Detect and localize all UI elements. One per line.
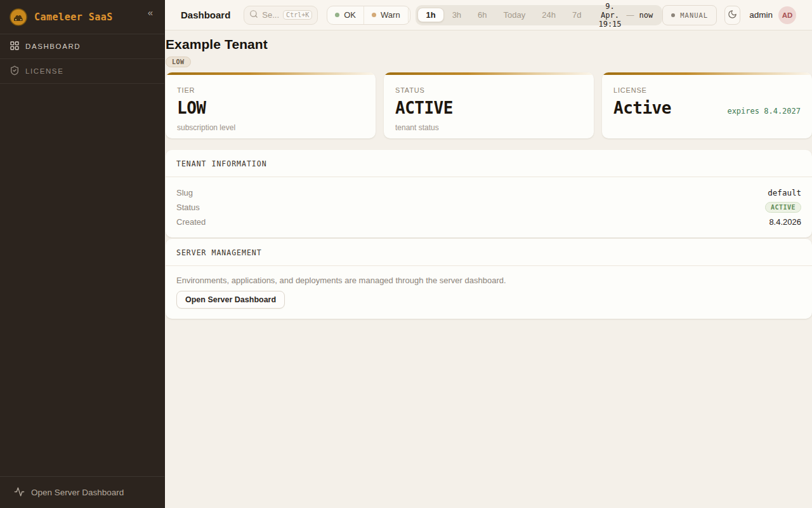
time-range-custom-display[interactable]: 9. Apr. 19:15 — now: [589, 2, 660, 29]
page-breadcrumb-title: Dashboard: [181, 10, 230, 20]
filter-error-button[interactable]: [408, 6, 411, 24]
time-range-group: 1h 3h 6h Today 24h 7d 9. Apr. 19:15 — no…: [416, 5, 662, 25]
sidebar-logo-row: Cameleer SaaS «: [0, 0, 164, 34]
sidebar-item-license[interactable]: LICENSE: [0, 59, 164, 84]
filter-ok-label: OK: [344, 10, 356, 20]
time-range-1h[interactable]: 1h: [417, 8, 443, 22]
card-label: TIER: [177, 86, 364, 94]
license-card: LICENSE Active expires 8.4.2027: [602, 72, 812, 138]
card-accent-bar: [166, 72, 376, 75]
search-shortcut-kbd: Ctrl+K: [283, 10, 312, 20]
info-row-status: Status ACTIVE: [176, 201, 801, 213]
open-server-dashboard-button[interactable]: Open Server Dashboard: [176, 291, 285, 309]
user-name: admin: [749, 10, 773, 20]
search-input[interactable]: Se... Ctrl+K: [244, 6, 318, 25]
time-range-3h[interactable]: 3h: [444, 8, 469, 22]
card-accent-bar: [384, 72, 594, 75]
stat-cards-row: TIER LOW subscription level STATUS ACTIV…: [166, 72, 812, 138]
sidebar-open-server-dashboard[interactable]: Open Server Dashboard: [0, 476, 164, 508]
info-row-slug: Slug default: [176, 187, 801, 198]
sidebar: Cameleer SaaS « DASHBOARD LICENSE Open S…: [0, 0, 165, 508]
content-area: Example Tenant LOW TIER LOW subscription…: [165, 30, 812, 508]
refresh-mode-button[interactable]: MANUAL: [662, 5, 717, 25]
filter-ok-button[interactable]: OK: [327, 6, 363, 24]
sidebar-footer-label: Open Server Dashboard: [31, 488, 124, 497]
tenant-information-panel: TENANT INFORMATION Slug default Status A…: [166, 150, 812, 237]
sidebar-collapse-button[interactable]: «: [145, 5, 155, 20]
filter-warn-button[interactable]: Warn: [363, 6, 408, 24]
card-label: LICENSE: [613, 86, 801, 94]
info-row-created: Created 8.4.2026: [176, 216, 801, 227]
filter-warn-label: Warn: [381, 10, 400, 20]
time-range-24h[interactable]: 24h: [534, 8, 564, 22]
main-area: Dashboard Se... Ctrl+K OK Warn: [165, 0, 812, 508]
grid-icon: [10, 41, 20, 52]
warn-dot-icon: [372, 13, 376, 17]
search-placeholder: Se...: [262, 10, 279, 20]
app-logo-icon: [9, 8, 28, 27]
status-badge: ACTIVE: [765, 202, 801, 213]
row-label: Status: [176, 203, 200, 212]
time-range-6h[interactable]: 6h: [469, 8, 495, 22]
search-icon: [249, 10, 258, 21]
panel-title: SERVER MANAGEMENT: [166, 239, 812, 266]
manual-dot-icon: [671, 13, 675, 17]
card-value: LOW: [177, 98, 206, 117]
page-title: Example Tenant: [166, 37, 812, 52]
top-bar: Dashboard Se... Ctrl+K OK Warn: [165, 0, 812, 30]
row-label: Slug: [176, 188, 193, 197]
row-label: Created: [176, 217, 206, 227]
app-title: Cameleer SaaS: [34, 11, 139, 23]
card-subtitle: subscription level: [177, 123, 364, 132]
sidebar-item-dashboard[interactable]: DASHBOARD: [0, 34, 164, 59]
card-value: Active: [613, 98, 671, 117]
moon-icon: [728, 10, 737, 21]
server-management-description: Environments, applications, and deployme…: [176, 276, 801, 285]
status-filter-group: OK Warn: [327, 6, 410, 25]
card-accent-bar: [602, 72, 812, 75]
sidebar-item-label: DASHBOARD: [25, 43, 81, 50]
panel-title: TENANT INFORMATION: [166, 150, 812, 177]
avatar: AD: [778, 6, 796, 24]
refresh-mode-label: MANUAL: [680, 11, 708, 19]
sidebar-item-label: LICENSE: [25, 67, 63, 75]
activity-icon: [14, 486, 25, 499]
time-range-end: now: [639, 11, 653, 20]
user-menu[interactable]: admin AD: [749, 6, 796, 24]
ok-dot-icon: [335, 13, 339, 17]
card-label: STATUS: [395, 86, 582, 94]
tier-card: TIER LOW subscription level: [166, 72, 376, 138]
time-range-start: 9. Apr. 19:15: [598, 2, 621, 29]
card-subtitle: tenant status: [395, 123, 582, 132]
shield-check-icon: [10, 65, 20, 77]
time-range-7d[interactable]: 7d: [564, 8, 589, 22]
tier-badge: LOW: [166, 57, 191, 67]
status-card: STATUS ACTIVE tenant status: [384, 72, 594, 138]
time-range-today[interactable]: Today: [495, 8, 534, 22]
time-range-separator: —: [627, 11, 634, 20]
row-value: default: [768, 188, 801, 197]
server-management-panel: SERVER MANAGEMENT Environments, applicat…: [166, 239, 812, 319]
license-expiry: expires 8.4.2027: [727, 107, 801, 116]
theme-toggle-button[interactable]: [724, 6, 740, 25]
card-value: ACTIVE: [395, 98, 453, 117]
row-value: 8.4.2026: [769, 217, 801, 227]
